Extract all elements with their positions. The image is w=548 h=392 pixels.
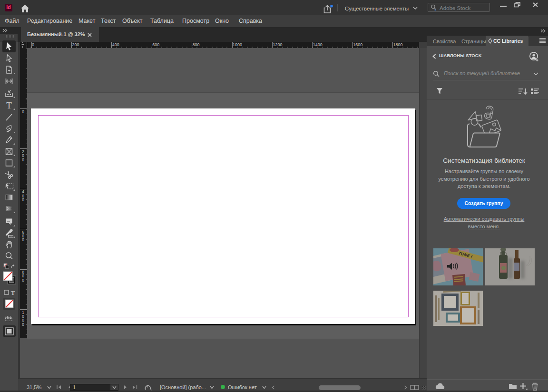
svg-text:T: T	[11, 289, 15, 296]
svg-text:T: T	[6, 100, 12, 110]
